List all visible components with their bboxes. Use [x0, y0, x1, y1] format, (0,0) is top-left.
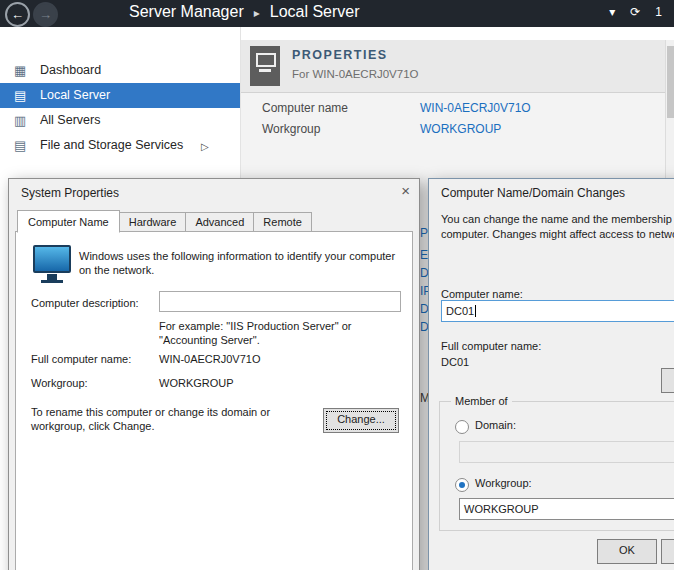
workgroup-label: Workgroup: [31, 377, 88, 389]
domain-label: Domain: [475, 419, 516, 431]
server-icon: ▤ [14, 83, 34, 108]
app-title: Server Manager [129, 3, 244, 20]
forward-arrow-icon: → [39, 7, 52, 22]
system-properties-dialog: System Properties × Computer Name Hardwa… [8, 178, 420, 570]
dashboard-icon: ▦ [14, 58, 34, 83]
sidebar-item-local-server[interactable]: ▤ Local Server [0, 83, 240, 108]
property-label: Computer name [262, 101, 348, 115]
tab-computer-name[interactable]: Computer Name [17, 210, 120, 233]
vertical-scrollbar[interactable] [665, 40, 674, 180]
sidebar-item-label: File and Storage Services [40, 133, 183, 158]
full-computer-name-value: WIN-0AECRJ0V71O [159, 353, 260, 365]
full-computer-name-value: DC01 [441, 356, 469, 368]
identify-info-text: Windows uses the following information t… [79, 249, 395, 277]
notification-count-badge[interactable]: 1 [655, 5, 662, 19]
domain-input[interactable] [459, 441, 674, 463]
sidebar-item-all-servers[interactable]: ▥ All Servers [0, 108, 240, 133]
sidebar-item-label: All Servers [40, 108, 100, 133]
close-icon[interactable]: × [401, 183, 410, 199]
tab-bar: Computer Name Hardware Advanced Remote [17, 210, 312, 232]
text-cursor [475, 305, 476, 317]
member-of-label: Member of [451, 395, 512, 407]
breadcrumb-section: Local Server [270, 3, 360, 20]
workgroup-radio[interactable] [455, 478, 469, 492]
properties-tile-header: PROPERTIES For WIN-0AECRJ0V71O [241, 40, 674, 93]
sidebar-item-label: Dashboard [40, 58, 101, 83]
back-arrow-icon: ← [11, 7, 24, 22]
property-label: Workgroup [262, 122, 320, 136]
refresh-icon[interactable]: ⟳ [630, 5, 640, 19]
breadcrumb-arrow-icon: ▸ [254, 6, 260, 20]
sidebar-item-file-storage-services[interactable]: ▤ File and Storage Services ▷ [0, 133, 240, 158]
computer-name-link[interactable]: WIN-0AECRJ0V71O [420, 101, 531, 115]
server-monitor-icon [250, 46, 280, 86]
truncated-link-fragment[interactable]: P [420, 226, 428, 240]
caret-down-icon[interactable]: ▾ [609, 5, 615, 19]
tab-remote[interactable]: Remote [253, 212, 312, 232]
topbar-actions: ▾ ⟳ 1 [609, 5, 662, 19]
computer-description-input[interactable] [159, 291, 401, 312]
workgroup-value: WORKGROUP [159, 377, 234, 389]
computer-name-tab-panel [15, 231, 413, 570]
properties-heading: PROPERTIES [292, 48, 388, 62]
full-computer-name-label: Full computer name: [31, 353, 131, 365]
sidebar-item-label: Local Server [40, 83, 110, 108]
change-button[interactable]: Change... [323, 408, 399, 433]
storage-icon: ▤ [14, 133, 34, 158]
workgroup-input[interactable]: WORKGROUP [459, 498, 674, 520]
computer-name-domain-changes-dialog: Computer Name/Domain Changes You can cha… [428, 178, 674, 570]
computer-name-input[interactable]: DC01 [441, 300, 674, 322]
sidebar-item-dashboard[interactable]: ▦ Dashboard [0, 58, 240, 83]
computer-monitor-icon [33, 245, 71, 273]
cancel-button[interactable]: Cancel [661, 539, 674, 564]
description-example-text: For example: "IIS Production Server" or … [159, 319, 351, 347]
breadcrumb: Server Manager▸Local Server [129, 3, 360, 21]
forward-button[interactable]: → [33, 2, 58, 27]
computer-description-label: Computer description: [31, 297, 139, 309]
computer-name-label: Computer name: [441, 288, 523, 300]
servers-icon: ▥ [14, 108, 34, 133]
more-button[interactable]: More... [661, 368, 674, 393]
topbar: ← → Server Manager▸Local Server ▾ ⟳ 1 [0, 0, 674, 27]
tab-advanced[interactable]: Advanced [185, 212, 254, 232]
server-manager-window: ← → Server Manager▸Local Server ▾ ⟳ 1 ▦ … [0, 0, 674, 570]
workgroup-input-value: WORKGROUP [464, 503, 539, 515]
change-info-text: You can change the name and the membersh… [441, 212, 674, 242]
domain-radio[interactable] [455, 420, 469, 434]
expand-arrow-icon[interactable]: ▷ [201, 134, 209, 159]
back-button[interactable]: ← [5, 2, 30, 27]
ok-button[interactable]: OK [597, 539, 657, 564]
scrollbar-thumb[interactable] [667, 46, 674, 118]
full-computer-name-label: Full computer name: [441, 340, 541, 352]
properties-subheading: For WIN-0AECRJ0V71O [292, 68, 419, 80]
truncated-link-fragment[interactable]: E [420, 248, 428, 262]
workgroup-label: Workgroup: [475, 477, 532, 489]
tab-hardware[interactable]: Hardware [119, 212, 187, 232]
dialog-title: Computer Name/Domain Changes [441, 186, 625, 200]
dialog-title: System Properties [21, 186, 119, 200]
rename-hint-text: To rename this computer or change its do… [31, 405, 270, 433]
computer-name-input-value: DC01 [446, 305, 474, 317]
workgroup-link[interactable]: WORKGROUP [420, 122, 501, 136]
